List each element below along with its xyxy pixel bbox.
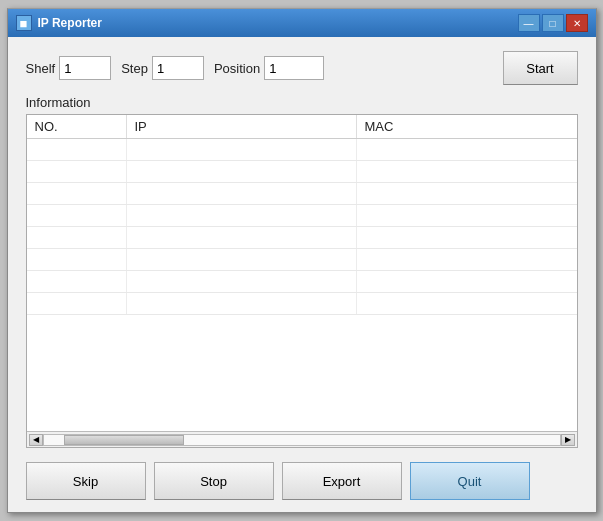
window-title: IP Reporter (38, 16, 518, 30)
table-body (27, 139, 577, 431)
restore-button[interactable]: □ (542, 14, 564, 32)
shelf-label: Shelf (26, 61, 56, 76)
column-header-no: NO. (27, 115, 127, 138)
table-header: NO. IP MAC (27, 115, 577, 139)
scrollbar-thumb[interactable] (64, 435, 184, 445)
cell-ip (127, 293, 357, 314)
cell-no (27, 249, 127, 270)
cell-no (27, 183, 127, 204)
table-row (27, 249, 577, 271)
table-row (27, 271, 577, 293)
cell-ip (127, 139, 357, 160)
start-button[interactable]: Start (503, 51, 578, 85)
cell-mac (357, 139, 577, 160)
cell-ip (127, 205, 357, 226)
horizontal-scrollbar[interactable]: ◀ ▶ (27, 431, 577, 447)
step-group: Step (121, 56, 204, 80)
cell-ip (127, 249, 357, 270)
cell-ip (127, 271, 357, 292)
table-row (27, 205, 577, 227)
cell-no (27, 205, 127, 226)
column-header-ip: IP (127, 115, 357, 138)
cell-ip (127, 227, 357, 248)
position-input[interactable] (264, 56, 324, 80)
title-bar: ■ IP Reporter — □ ✕ (8, 9, 596, 37)
data-table: NO. IP MAC (26, 114, 578, 448)
cell-ip (127, 183, 357, 204)
information-section: Information NO. IP MAC (26, 95, 578, 448)
cell-ip (127, 161, 357, 182)
cell-mac (357, 161, 577, 182)
shelf-input[interactable] (59, 56, 111, 80)
step-input[interactable] (152, 56, 204, 80)
cell-no (27, 227, 127, 248)
window-icon: ■ (16, 15, 32, 31)
cell-mac (357, 183, 577, 204)
skip-button[interactable]: Skip (26, 462, 146, 500)
cell-no (27, 161, 127, 182)
table-row (27, 161, 577, 183)
table-row (27, 293, 577, 315)
table-row (27, 183, 577, 205)
cell-no (27, 271, 127, 292)
quit-button[interactable]: Quit (410, 462, 530, 500)
position-label: Position (214, 61, 260, 76)
export-button[interactable]: Export (282, 462, 402, 500)
bottom-button-row: Skip Stop Export Quit (26, 458, 578, 500)
close-button[interactable]: ✕ (566, 14, 588, 32)
top-row: Shelf Step Position Start (26, 51, 578, 85)
scrollbar-track[interactable] (43, 434, 561, 446)
cell-no (27, 139, 127, 160)
information-label: Information (26, 95, 578, 110)
cell-mac (357, 205, 577, 226)
scroll-right-arrow[interactable]: ▶ (561, 434, 575, 446)
title-bar-buttons: — □ ✕ (518, 14, 588, 32)
table-row (27, 139, 577, 161)
position-group: Position (214, 56, 324, 80)
scroll-left-arrow[interactable]: ◀ (29, 434, 43, 446)
shelf-group: Shelf (26, 56, 112, 80)
column-header-mac: MAC (357, 115, 577, 138)
content-area: Shelf Step Position Start Information NO… (8, 37, 596, 512)
cell-mac (357, 227, 577, 248)
cell-no (27, 293, 127, 314)
stop-button[interactable]: Stop (154, 462, 274, 500)
cell-mac (357, 249, 577, 270)
cell-mac (357, 271, 577, 292)
step-label: Step (121, 61, 148, 76)
cell-mac (357, 293, 577, 314)
main-window: ■ IP Reporter — □ ✕ Shelf Step Position … (7, 8, 597, 513)
minimize-button[interactable]: — (518, 14, 540, 32)
table-row (27, 227, 577, 249)
